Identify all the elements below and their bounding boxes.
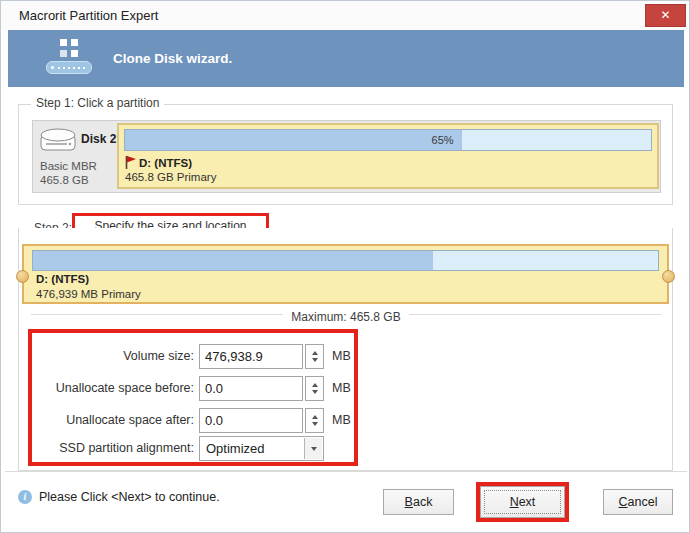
- clone-disk-wizard-window: Macrorit Partition Expert ✕ Clone Disk w…: [0, 0, 690, 533]
- footer-divider: [5, 471, 687, 472]
- next-button[interactable]: Next: [480, 486, 565, 518]
- usage-bar: 65%: [124, 129, 652, 151]
- ssd-alignment-label: SSD partition alignment:: [31, 436, 194, 461]
- target-partition-detail: 476,939 MB Primary: [36, 288, 141, 300]
- volume-size-input[interactable]: [199, 344, 303, 369]
- clone-disk-icon: [46, 39, 104, 79]
- spin-up-icon[interactable]: [312, 383, 318, 387]
- space-after-unit: MB: [332, 408, 351, 433]
- disk-panel: Disk 2 Basic MBR 465.8 GB 65% D: (NTFS) …: [32, 120, 661, 193]
- resize-handle-right[interactable]: [662, 270, 675, 283]
- spin-up-icon[interactable]: [312, 415, 318, 419]
- wizard-header: Clone Disk wizard.: [8, 30, 684, 87]
- space-before-input[interactable]: [199, 376, 303, 401]
- space-before-stepper[interactable]: [305, 376, 324, 401]
- maximum-label-wrap: Maximum: 465.8 GB: [1, 307, 690, 325]
- usage-fill: 65%: [125, 130, 462, 150]
- space-after-input[interactable]: [199, 408, 303, 433]
- window-title: Macrorit Partition Expert: [19, 1, 158, 31]
- volume-size-label: Volume size:: [31, 344, 194, 369]
- space-before-label: Unallocate space before:: [31, 376, 194, 401]
- spin-down-icon[interactable]: [312, 422, 318, 426]
- spin-up-icon[interactable]: [312, 351, 318, 355]
- back-button[interactable]: Back: [383, 489, 454, 515]
- chevron-down-icon[interactable]: [304, 438, 322, 459]
- target-partition-label: D: (NTFS): [36, 273, 89, 285]
- title-bar: Macrorit Partition Expert ✕: [1, 1, 689, 31]
- wizard-title: Clone Disk wizard.: [113, 30, 232, 87]
- disk-name: Disk 2: [81, 132, 116, 146]
- ssd-alignment-dropdown[interactable]: Optimized: [199, 436, 324, 461]
- step1-legend: Step 1: Click a partition: [31, 96, 164, 110]
- flag-icon: [124, 155, 137, 170]
- disk-type: Basic MBR: [40, 160, 97, 172]
- source-partition-label: D: (NTFS): [139, 157, 192, 169]
- space-after-stepper[interactable]: [305, 408, 324, 433]
- target-partition-block[interactable]: D: (NTFS) 476,939 MB Primary: [22, 244, 669, 304]
- usage-percent-label: 65%: [432, 134, 454, 146]
- disk-icon: [39, 127, 77, 155]
- target-usage-bar: [32, 250, 659, 271]
- info-icon: i: [18, 490, 32, 504]
- space-before-unit: MB: [332, 376, 351, 401]
- volume-size-unit: MB: [332, 344, 351, 369]
- close-icon: ✕: [660, 8, 670, 22]
- footer-hint: Please Click <Next> to continue.: [39, 488, 220, 506]
- volume-size-stepper[interactable]: [305, 344, 324, 369]
- spin-down-icon[interactable]: [312, 390, 318, 394]
- source-partition-block[interactable]: 65% D: (NTFS) 465.8 GB Primary: [117, 123, 659, 189]
- ssd-alignment-value: Optimized: [206, 437, 265, 460]
- close-button[interactable]: ✕: [645, 4, 686, 27]
- source-partition-detail: 465.8 GB Primary: [125, 171, 216, 183]
- target-usage-fill: [33, 251, 433, 270]
- spin-down-icon[interactable]: [312, 358, 318, 362]
- cancel-button[interactable]: Cancel: [603, 489, 673, 515]
- space-after-label: Unallocate space after:: [31, 408, 194, 433]
- next-annotation-box: Next: [476, 482, 569, 522]
- disk-size: 465.8 GB: [40, 174, 89, 186]
- step1-group: Step 1: Click a partition Disk 2 Basic M…: [18, 104, 673, 205]
- maximum-label: Maximum: 465.8 GB: [283, 310, 408, 324]
- resize-handle-left[interactable]: [16, 270, 29, 283]
